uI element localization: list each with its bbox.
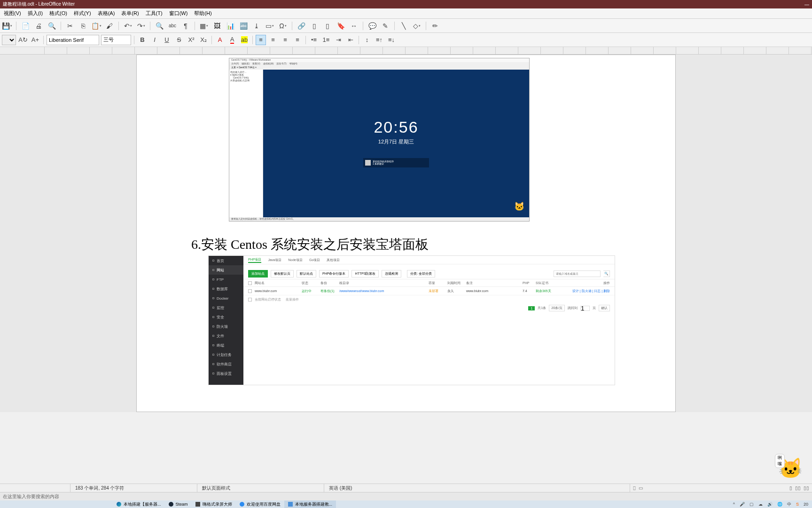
tray-mic-icon[interactable]: 🎤 xyxy=(740,502,745,507)
bullet-list-button[interactable]: •≡ xyxy=(309,35,319,45)
taskbar-item-writer[interactable]: 本地服务器搭建教... xyxy=(284,500,336,508)
taskbar-item-steam[interactable]: Steam xyxy=(165,500,192,508)
tray-app-icon[interactable]: ▢ xyxy=(750,502,754,507)
print-button[interactable]: 🖨 xyxy=(33,21,44,31)
spellcheck-button[interactable]: abc xyxy=(167,21,178,31)
paste-button[interactable]: 📋 xyxy=(91,21,102,31)
desktop-mascot[interactable]: 咧嘴 🐱 xyxy=(778,457,803,480)
cut-button[interactable]: ✂ xyxy=(65,21,75,31)
copy-button[interactable]: ⎘ xyxy=(78,21,88,31)
tray-network-icon[interactable]: 🌐 xyxy=(777,502,782,507)
tray-volume-icon[interactable]: 🔊 xyxy=(767,502,773,507)
selection-mode-icon[interactable]: ▭ xyxy=(639,485,643,491)
align-justify-button[interactable]: ≡ xyxy=(292,35,303,45)
taskbar-item-edge[interactable]: 本地搭建【服务器... xyxy=(113,500,165,508)
format-marks-button[interactable]: ¶ xyxy=(180,21,191,31)
underline-button[interactable]: U xyxy=(162,35,172,45)
highlight-button[interactable]: ab xyxy=(239,35,250,45)
paragraph-style-select[interactable] xyxy=(2,35,16,45)
clone-format-button[interactable]: 🖌 xyxy=(104,21,115,31)
save-button[interactable]: 💾 xyxy=(2,21,12,31)
find-button[interactable]: 🔍 xyxy=(154,21,164,31)
minimize-button[interactable]: — xyxy=(804,2,809,7)
tray-onedrive-icon[interactable]: ☁ xyxy=(758,502,763,507)
tray-clock[interactable]: 20 xyxy=(804,502,808,507)
increase-indent-button[interactable]: ⇥ xyxy=(333,35,344,45)
chart-button[interactable]: 📊 xyxy=(225,21,235,31)
clear-format-button[interactable]: A xyxy=(215,35,225,45)
field-button[interactable]: ▭ xyxy=(265,21,275,31)
para-spacing-inc-button[interactable]: ≡↑ xyxy=(374,35,384,45)
align-left-button[interactable]: ≡ xyxy=(256,35,266,45)
menu-help[interactable]: 帮助(H) xyxy=(194,10,211,17)
view-single-icon[interactable]: ▯ xyxy=(789,485,792,491)
view-book-icon[interactable]: ▯▯ xyxy=(804,485,809,491)
subscript-button[interactable]: X₂ xyxy=(198,35,209,45)
status-style[interactable]: 默认页面样式 xyxy=(197,484,324,492)
taskbar-item-baidu[interactable]: 欢迎使用百度网盘 xyxy=(236,500,284,508)
footnote-button[interactable]: ▯ xyxy=(309,21,320,31)
tray-chevron-icon[interactable]: ^ xyxy=(733,502,735,507)
menu-tools[interactable]: 工具(T) xyxy=(146,10,163,17)
menu-form[interactable]: 表单(R) xyxy=(121,10,139,17)
bt-tab-node: Node项目 xyxy=(288,258,303,262)
print-preview-button[interactable]: 🔍 xyxy=(47,21,57,31)
strike-button[interactable]: S xyxy=(174,35,184,45)
vm-tabs: 主页 × CentOS 7 64位 × xyxy=(229,66,529,70)
font-color-button[interactable]: A xyxy=(227,35,237,45)
menu-window[interactable]: 窗口(W) xyxy=(169,10,188,17)
menu-format[interactable]: 格式(O) xyxy=(49,10,67,17)
number-list-button[interactable]: 1≡ xyxy=(321,35,331,45)
hyperlink-button[interactable]: 🔗 xyxy=(296,21,306,31)
track-changes-button[interactable]: ✎ xyxy=(380,21,390,31)
tray-sogou-icon[interactable]: S xyxy=(796,502,799,507)
font-size-input[interactable] xyxy=(101,35,131,45)
bold-button[interactable]: B xyxy=(137,35,148,45)
para-spacing-dec-button[interactable]: ≡↓ xyxy=(386,35,397,45)
font-name-input[interactable] xyxy=(47,35,99,45)
menu-table[interactable]: 表格(A) xyxy=(98,10,115,17)
bookmark-button[interactable]: 🔖 xyxy=(336,21,346,31)
menu-bar: 视图(V) 插入(I) 格式(O) 样式(Y) 表格(A) 表单(R) 工具(T… xyxy=(0,8,812,19)
superscript-button[interactable]: X² xyxy=(186,35,196,45)
cross-ref-button[interactable]: ↔ xyxy=(349,21,359,31)
document-area[interactable]: CentOS 7 64位 - VMware Workstation 文件(F)编… xyxy=(0,55,812,412)
line-spacing-button[interactable]: ↕ xyxy=(362,35,372,45)
new-style-button[interactable]: A+ xyxy=(30,35,40,45)
search-row[interactable]: 在这里输入你要搜索的内容 xyxy=(0,492,812,500)
align-right-button[interactable]: ≡ xyxy=(280,35,290,45)
menu-view[interactable]: 视图(V) xyxy=(4,10,21,17)
tray-ime-icon[interactable]: 中 xyxy=(787,501,791,508)
textbox-button[interactable]: 🔤 xyxy=(238,21,249,31)
italic-button[interactable]: I xyxy=(149,35,160,45)
line-button[interactable]: ╲ xyxy=(398,21,409,31)
embedded-image-vmware[interactable]: CentOS 7 64位 - VMware Workstation 文件(F)编… xyxy=(229,58,530,222)
draw-functions-button[interactable]: ✏ xyxy=(430,21,440,31)
decrease-indent-button[interactable]: ⇤ xyxy=(345,35,356,45)
bt-tab-java: Java项目 xyxy=(268,258,281,262)
insert-mode-icon[interactable]: ⌷ xyxy=(633,485,636,491)
status-lang[interactable]: 英语 (美国) xyxy=(324,484,630,492)
table-button[interactable]: ▦ xyxy=(199,21,209,31)
special-char-button[interactable]: Ω xyxy=(278,21,288,31)
bt-search-input xyxy=(554,270,601,277)
export-pdf-button[interactable]: 📄 xyxy=(20,21,31,31)
page-break-button[interactable]: ⤓ xyxy=(251,21,262,31)
comment-button[interactable]: 💬 xyxy=(367,21,377,31)
align-center-button[interactable]: ≡ xyxy=(268,35,278,45)
view-multi-icon[interactable]: ▯▯ xyxy=(795,485,801,491)
menu-insert[interactable]: 插入(I) xyxy=(28,10,43,17)
bt-side-ftp: FTP xyxy=(209,275,243,284)
taskbar-item-recorder[interactable]: 嗨格式录屏大师 xyxy=(192,500,236,508)
system-tray[interactable]: ^ 🎤 ▢ ☁ 🔊 🌐 中 S 20 xyxy=(729,501,812,508)
ruler[interactable] xyxy=(0,47,812,55)
update-style-button[interactable]: A↻ xyxy=(18,35,28,45)
undo-button[interactable]: ↶ xyxy=(123,21,133,31)
embedded-image-btpanel[interactable]: 首页 网站 FTP 数据库 Docker 监控 安全 防火墙 文件 终端 计划任… xyxy=(208,255,615,385)
basic-shapes-button[interactable]: ◇ xyxy=(412,21,422,31)
image-button[interactable]: 🖼 xyxy=(212,21,222,31)
menu-styles[interactable]: 样式(Y) xyxy=(74,10,91,17)
redo-button[interactable]: ↷ xyxy=(136,21,146,31)
status-bar: 183 个单词, 284 个字符 默认页面样式 英语 (美国) ⌷ ▭ ▯ ▯▯… xyxy=(0,484,812,492)
endnote-button[interactable]: ▯ xyxy=(322,21,333,31)
